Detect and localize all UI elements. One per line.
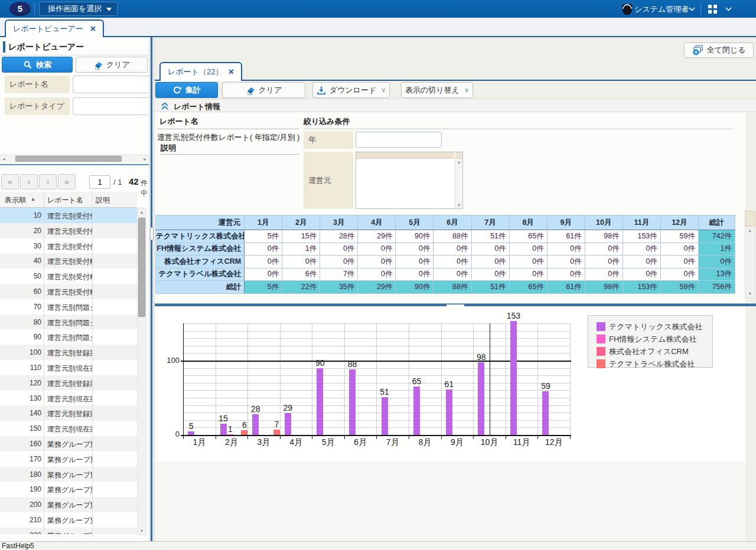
report-name-input[interactable] <box>73 76 149 93</box>
pagination-last-button[interactable]: » <box>58 174 76 189</box>
vertical-scrollbar[interactable]: ▲ ▼ <box>137 208 146 535</box>
operator-listbox[interactable]: ▲ ▼ <box>356 152 463 209</box>
report-info-section-header[interactable]: レポート情報 <box>155 99 756 112</box>
list-item[interactable]: 30運営元別受付件 <box>0 238 137 254</box>
list-item[interactable]: 160業務グループ別 <box>0 436 137 451</box>
title-accent <box>3 41 5 53</box>
list-item[interactable]: 60運営元別受付種 <box>0 284 137 299</box>
list-item[interactable]: 150運営元別現在案 <box>0 421 137 436</box>
column-header-name[interactable]: レポート名 <box>47 195 83 205</box>
result-cell: 0件 <box>471 256 509 269</box>
horizontal-scrollbar[interactable]: ◄ ► <box>0 155 149 162</box>
list-item[interactable]: 100運営元別登録案 <box>0 345 137 360</box>
column-header-desc[interactable]: 説明 <box>96 195 110 205</box>
result-cell: 1件 <box>282 243 320 256</box>
vertical-splitter[interactable] <box>149 37 155 541</box>
chart-bar <box>542 391 549 435</box>
list-item[interactable]: 10運営元別受付件 <box>0 208 137 223</box>
scrollbar-thumb[interactable] <box>138 218 145 317</box>
result-col-month: 1月 <box>245 215 282 230</box>
list-item[interactable]: 70運営元別問題ク <box>0 299 137 315</box>
list-item[interactable]: 130運営元別現在案 <box>0 391 137 406</box>
list-item[interactable]: 50運営元別受付種 <box>0 269 137 284</box>
sidebar-clear-button[interactable]: クリア <box>76 57 148 73</box>
scroll-left-icon[interactable]: ◄ <box>0 155 8 163</box>
list-item[interactable]: 180業務グループ別 <box>0 467 137 482</box>
tab-report-22[interactable]: レポート（22） × <box>159 62 242 81</box>
result-cell: 6件 <box>282 268 320 281</box>
bar-value-label: 29 <box>276 403 299 413</box>
report-name-value: 運営元別受付件数レポート( 年指定/月別 ) <box>157 132 299 143</box>
user-menu-caret-icon[interactable] <box>689 7 695 11</box>
report-type-input[interactable] <box>73 97 149 115</box>
dropdown-arrow-icon <box>106 8 112 11</box>
pagination-first-button[interactable]: « <box>1 174 19 189</box>
scroll-right-icon[interactable]: ► <box>141 155 149 163</box>
list-item-name: 運営元別現在案 <box>47 364 92 374</box>
list-item[interactable]: 110運営元別現在案 <box>0 360 137 375</box>
result-cell: 0件 <box>623 268 660 281</box>
page-number-input[interactable] <box>89 175 110 189</box>
result-vertical-scrollbar[interactable]: ▲ ▼ <box>745 226 755 298</box>
splitter-grip[interactable] <box>150 227 154 240</box>
scroll-up-icon[interactable]: ▲ <box>455 159 462 165</box>
year-input[interactable] <box>356 132 442 148</box>
result-cell: 0件 <box>509 268 547 281</box>
list-item[interactable]: 90運営元別問題ク <box>0 329 137 345</box>
result-cell: 35件 <box>320 281 358 294</box>
scroll-down-icon[interactable]: ▼ <box>745 290 754 297</box>
list-item[interactable]: 80運営元別問題ク <box>0 315 137 330</box>
list-item[interactable]: 140運営元別登録案 <box>0 405 137 421</box>
gridline-v <box>280 323 281 435</box>
app-menu-caret-icon[interactable] <box>725 7 732 11</box>
list-item[interactable]: 200業務グループ別 <box>0 497 137 512</box>
list-item[interactable]: 220業務グループ別 <box>0 528 137 534</box>
result-cell: 29件 <box>358 281 396 294</box>
list-item[interactable]: 40運営元別受付種 <box>0 253 137 269</box>
x-axis-label: 3月 <box>247 437 280 448</box>
scroll-up-icon[interactable]: ▲ <box>138 208 146 216</box>
pagination-next-button[interactable]: › <box>39 174 57 189</box>
result-table: 運営元1月2月3月4月5月6月7月8月9月10月11月12月総計テクマトリックス… <box>155 215 735 294</box>
result-row-name: 株式会社オフィスCRM <box>156 256 245 269</box>
chart-panel: 100 0 1月2月3月4月5月6月7月8月9月10月11月12月5152829… <box>155 306 745 461</box>
record-count-suffix: 件中 <box>141 178 149 198</box>
search-button[interactable]: 検索 <box>2 57 73 73</box>
clear-button[interactable]: クリア <box>222 82 305 98</box>
aggregate-button[interactable]: 集計 <box>155 82 218 98</box>
list-item[interactable]: 210業務グループ別 <box>0 512 137 528</box>
tab-close-icon[interactable]: × <box>90 24 96 34</box>
chart-bar <box>446 389 452 435</box>
screen-select-button[interactable]: 操作画面を選択 <box>39 2 118 16</box>
pagination-prev-button[interactable]: ‹ <box>20 174 38 189</box>
app-logo: 5 <box>9 2 31 16</box>
list-item-name: 運営元別受付種 <box>47 287 92 297</box>
list-item[interactable]: 170業務グループ別 <box>0 451 137 467</box>
status-bar: FastHelp5 <box>0 541 756 550</box>
close-all-button[interactable]: 全て閉じる <box>684 42 754 58</box>
collapse-up-icon[interactable] <box>160 102 170 110</box>
result-col-total: 総計 <box>698 215 735 230</box>
list-item[interactable]: 120運営元別登録案 <box>0 375 137 391</box>
tab-close-icon[interactable]: × <box>229 67 234 77</box>
legend-label: テクマトリックス株式会社 <box>609 322 702 332</box>
column-header-order[interactable]: 表示順 <box>5 195 26 205</box>
list-item[interactable]: 190業務グループ別 <box>0 482 137 497</box>
x-axis-label: 4月 <box>280 437 312 448</box>
result-cell: 0件 <box>434 243 471 256</box>
scrollbar-thumb[interactable] <box>15 156 122 162</box>
bar-value-label: 65 <box>405 377 429 386</box>
scroll-down-icon[interactable]: ▼ <box>138 527 146 535</box>
list-item-name: 業務グループ別 <box>47 440 92 450</box>
report-list-header: 表示順 ▲ レポート名 説明 <box>0 192 137 208</box>
download-button[interactable]: ダウンロード ∨ <box>312 82 390 98</box>
view-switch-button[interactable]: 表示の切り替え ∨ <box>401 82 473 98</box>
sort-asc-icon[interactable]: ▲ <box>31 197 35 202</box>
app-grid-menu-icon[interactable] <box>708 4 718 16</box>
listbox-scrollbar[interactable]: ▲ ▼ <box>455 159 462 208</box>
list-item[interactable]: 20運営元別受付件 <box>0 223 137 238</box>
scroll-up-icon[interactable]: ▲ <box>745 227 754 234</box>
tab-report-viewer[interactable]: レポートビューアー × <box>5 19 104 37</box>
scroll-down-icon[interactable]: ▼ <box>455 202 462 208</box>
list-item-name: 運営元別問題ク <box>47 318 92 328</box>
